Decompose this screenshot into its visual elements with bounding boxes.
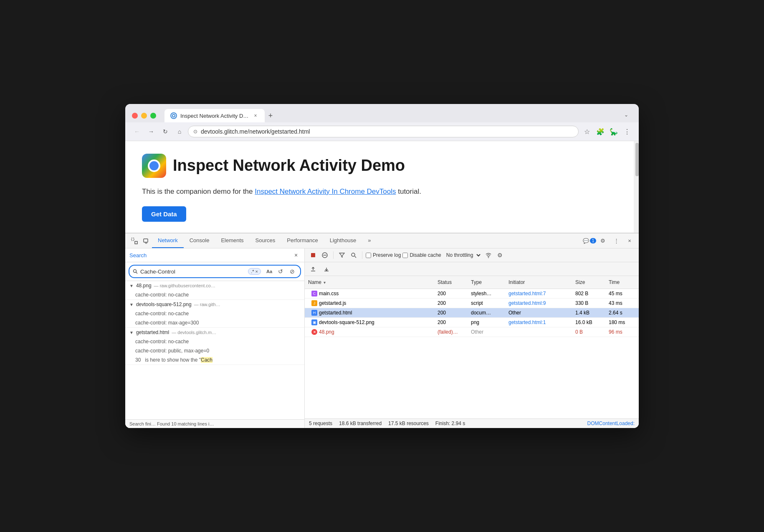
clear-button[interactable] [320,250,330,260]
disable-cache-label[interactable]: Disable cache [402,252,441,258]
search-label: Search [129,252,147,258]
tab-network[interactable]: Network [152,233,184,248]
search-input-box[interactable]: .* × Aa ↺ ⊘ [129,265,301,278]
desc-after: tutorial. [398,187,421,195]
page-title: Inspect Network Activity Demo [173,157,405,175]
disable-cache-checkbox[interactable] [402,253,408,258]
table-header: Name ▾ Status Type Initiator Size Time [305,276,639,289]
page-scrollbar[interactable] [634,141,639,233]
devtools-icon-area: 💬 1 ⚙ ⋮ × [584,235,635,247]
throttle-select[interactable]: No throttling Fast 3G Slow 3G Offline [443,251,482,259]
row-status-getstarted-js: 200 [434,299,468,308]
svg-rect-2 [132,238,134,241]
preserve-log-text: Preserve log [373,252,401,258]
upload-har-button[interactable] [308,264,318,274]
close-window-button[interactable] [132,113,138,119]
disable-cache-text: Disable cache [410,252,441,258]
scrollbar-thumb[interactable] [635,143,639,176]
preserve-log-label[interactable]: Preserve log [366,252,401,258]
table-row[interactable]: J getstarted.js 200 script getstarted.ht… [305,299,639,308]
row-time-48png: 96 ms [605,327,639,337]
tab-more[interactable]: » [362,233,377,248]
toolbar-separator-1 [333,251,334,259]
result-header-devtools[interactable]: ▼ devtools-square-512.png — raw.gith… [125,300,304,309]
table-row[interactable]: ▣ devtools-square-512.png 200 png getsta… [305,318,639,327]
device-toolbar-icon[interactable] [140,235,152,247]
result-source-getstarted: — devtools.glitch.m… [172,330,216,335]
devtools-close-icon[interactable]: × [624,235,635,247]
page-header: Inspect Network Activity Demo [142,154,622,178]
initiator-link-getstarted-js[interactable]: getstarted.html:9 [508,300,546,306]
tab-performance[interactable]: Performance [281,233,324,248]
result-group-devtools: ▼ devtools-square-512.png — raw.gith… ca… [125,300,304,328]
row-type-maincss: stylesh… [468,289,505,298]
active-tab[interactable]: Inspect Network Activity Dem × [164,109,265,122]
reload-button[interactable]: ↻ [159,126,171,137]
bookmark-button[interactable]: ☆ [581,126,593,137]
row-initiator-48png [505,330,572,334]
devtools-settings-icon[interactable]: ⚙ [597,235,609,247]
result-header-getstarted[interactable]: ▼ getstarted.html — devtools.glitch.m… [125,328,304,337]
profile-avatar[interactable]: 🦕 [608,126,620,137]
case-sensitive-option[interactable]: Aa [265,267,273,276]
col-header-size: Size [572,278,605,287]
new-tab-button[interactable]: + [265,110,276,122]
search-footer-text: Search fini… Found 10 matching lines i… [129,421,214,426]
record-stop-button[interactable] [308,250,318,260]
initiator-link-maincss[interactable]: getstarted.html:7 [508,291,546,296]
search-regex-tag[interactable]: .* × [248,268,261,275]
row-initiator-getstarted-html: Other [505,308,572,317]
img-icon: ▣ [311,319,317,325]
network-main: Preserve log Disable cache No throttling… [305,248,639,428]
tab-console[interactable]: Console [184,233,215,248]
initiator-link-devtools-png[interactable]: getstarted.html:1 [508,319,546,325]
search-close-button[interactable]: × [292,251,300,259]
result-entry-getstarted-1: cache-control: public, max-age=0 [125,346,304,355]
minimize-window-button[interactable] [141,113,147,119]
throttle-control[interactable]: No throttling Fast 3G Slow 3G Offline [443,251,482,259]
col-header-name: Name ▾ [305,278,434,287]
toolbar-icons: ☆ 🧩 🦕 ⋮ [581,126,633,137]
search-clear-button[interactable]: ⊘ [288,267,297,276]
result-filename-48png: 48.png [136,283,152,289]
back-button[interactable]: ← [131,126,143,137]
table-row[interactable]: H getstarted.html 200 docum… Other 1.4 k… [305,308,639,318]
devtools-tabs: Network Console Elements Sources Perform… [125,233,639,248]
download-har-button[interactable] [321,264,331,274]
tab-elements[interactable]: Elements [215,233,249,248]
search-input-row: .* × Aa ↺ ⊘ [125,262,304,281]
tab-close-button[interactable]: × [252,112,259,119]
tab-expand-button[interactable]: ⌄ [620,109,632,121]
highlight-cach: Cach [201,357,213,363]
table-row[interactable]: ✕ 48.png (failed)… Other 0 B 96 ms [305,327,639,337]
svg-rect-3 [135,241,137,244]
browser-menu-button[interactable]: ⋮ [621,126,633,137]
search-input[interactable] [140,269,245,275]
regex-tag-remove[interactable]: × [256,269,258,274]
devtools-more-icon[interactable]: ⋮ [610,235,622,247]
filter-button[interactable] [337,250,347,260]
result-header-48png[interactable]: ▼ 48.png — raw.githubusercontent.co… [125,281,304,290]
desc-before: This is the companion demo for the [142,187,255,195]
table-row[interactable]: C main.css 200 stylesh… getstarted.html:… [305,289,639,299]
tab-sources[interactable]: Sources [250,233,281,248]
row-status-devtools-png: 200 [434,318,468,327]
search-network-button[interactable] [349,250,359,260]
maximize-window-button[interactable] [150,113,156,119]
address-bar[interactable]: ⊙ devtools.glitch.me/network/getstarted.… [188,126,579,137]
inspect-element-icon[interactable] [129,235,140,247]
tab-lighthouse[interactable]: Lighthouse [324,233,362,248]
search-refresh-button[interactable]: ↺ [276,267,285,276]
tutorial-link[interactable]: Inspect Network Activity In Chrome DevTo… [255,187,396,195]
chrome-logo [142,154,166,178]
row-size-getstarted-js: 330 B [572,299,605,308]
preserve-log-checkbox[interactable] [366,253,371,258]
get-data-button[interactable]: Get Data [142,206,186,222]
extensions-button[interactable]: 🧩 [595,126,606,137]
network-settings-icon[interactable]: ⚙ [495,250,505,260]
result-entry-devtools-0: cache-control: no-cache [125,309,304,318]
network-table: Name ▾ Status Type Initiator Size Time C [305,276,639,418]
console-messages-icon[interactable]: 💬 1 [584,235,595,247]
forward-button[interactable]: → [145,126,157,137]
home-button[interactable]: ⌂ [174,126,185,137]
